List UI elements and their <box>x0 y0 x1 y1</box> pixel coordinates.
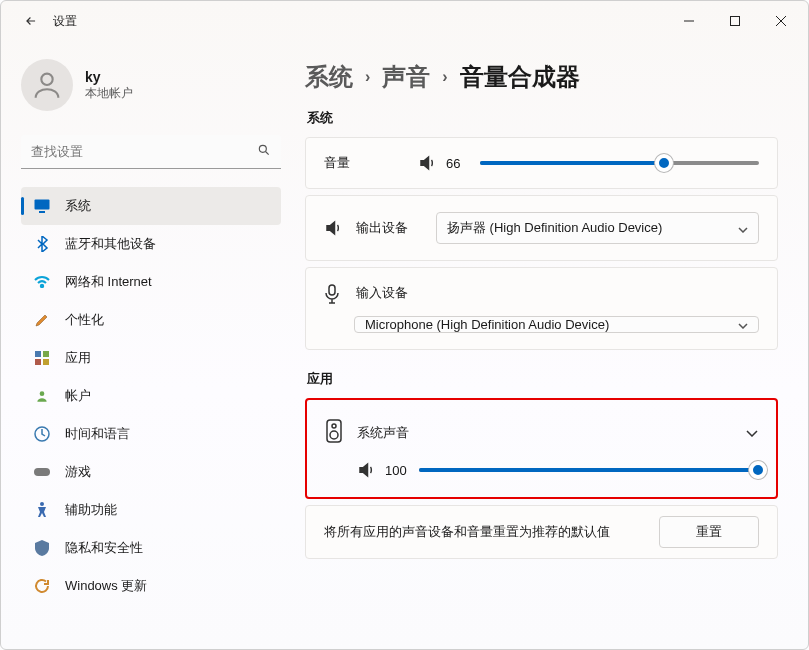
update-icon <box>33 577 51 595</box>
person-icon <box>33 387 51 405</box>
sidebar-item-label: 游戏 <box>65 463 91 481</box>
monitor-icon <box>33 197 51 215</box>
svg-rect-12 <box>35 359 41 365</box>
accessibility-icon <box>33 501 51 519</box>
svg-rect-13 <box>43 359 49 365</box>
speaker-icon[interactable] <box>418 154 436 172</box>
chevron-down-icon[interactable] <box>746 425 758 440</box>
svg-point-20 <box>332 424 336 428</box>
chevron-right-icon: › <box>442 68 447 86</box>
sidebar-item-time[interactable]: 时间和语言 <box>21 415 281 453</box>
search-input-wrap[interactable] <box>21 135 281 169</box>
chevron-right-icon: › <box>365 68 370 86</box>
back-button[interactable] <box>21 11 41 31</box>
svg-point-14 <box>40 391 45 396</box>
svg-rect-1 <box>731 17 740 26</box>
sidebar-item-label: 时间和语言 <box>65 425 130 443</box>
maximize-button[interactable] <box>712 5 758 37</box>
sidebar-item-gaming[interactable]: 游戏 <box>21 453 281 491</box>
svg-line-6 <box>266 152 269 155</box>
output-label: 输出设备 <box>356 219 422 237</box>
speaker-icon <box>324 219 342 237</box>
sidebar-item-label: 蓝牙和其他设备 <box>65 235 156 253</box>
svg-rect-8 <box>39 211 45 213</box>
shield-icon <box>33 539 51 557</box>
sidebar-item-label: 个性化 <box>65 311 104 329</box>
crumb-system[interactable]: 系统 <box>305 61 353 93</box>
crumb-sound[interactable]: 声音 <box>382 61 430 93</box>
section-title-apps: 应用 <box>307 370 778 388</box>
svg-point-17 <box>40 502 44 506</box>
volume-value: 66 <box>446 156 470 171</box>
wifi-icon <box>33 273 51 291</box>
grid-icon <box>33 349 51 367</box>
profile-subtitle: 本地帐户 <box>85 85 133 102</box>
reset-description: 将所有应用的声音设备和音量重置为推荐的默认值 <box>324 523 639 541</box>
sidebar-item-privacy[interactable]: 隐私和安全性 <box>21 529 281 567</box>
avatar <box>21 59 73 111</box>
system-sounds-title: 系统声音 <box>357 424 409 442</box>
svg-point-21 <box>330 431 338 439</box>
svg-point-5 <box>259 145 266 152</box>
sidebar-item-label: 系统 <box>65 197 91 215</box>
volume-label: 音量 <box>324 154 404 172</box>
svg-rect-10 <box>35 351 41 357</box>
section-title-system: 系统 <box>307 109 778 127</box>
minimize-button[interactable] <box>666 5 712 37</box>
bluetooth-icon <box>33 235 51 253</box>
sidebar-item-apps[interactable]: 应用 <box>21 339 281 377</box>
search-icon <box>257 143 271 160</box>
output-device-select[interactable]: 扬声器 (High Definition Audio Device) <box>436 212 759 244</box>
sidebar-item-bluetooth[interactable]: 蓝牙和其他设备 <box>21 225 281 263</box>
svg-rect-7 <box>35 200 50 210</box>
input-label: 输入设备 <box>356 284 408 302</box>
sidebar-item-update[interactable]: Windows 更新 <box>21 567 281 605</box>
window-title: 设置 <box>53 13 77 30</box>
crumb-mixer: 音量合成器 <box>460 61 580 93</box>
sidebar-item-label: 网络和 Internet <box>65 273 152 291</box>
sidebar-item-personalize[interactable]: 个性化 <box>21 301 281 339</box>
sidebar-item-label: 帐户 <box>65 387 91 405</box>
search-input[interactable] <box>31 144 257 159</box>
breadcrumb: 系统 › 声音 › 音量合成器 <box>305 61 778 93</box>
sidebar-item-label: 应用 <box>65 349 91 367</box>
sidebar-item-accounts[interactable]: 帐户 <box>21 377 281 415</box>
volume-slider[interactable] <box>480 161 759 165</box>
chevron-down-icon <box>738 221 748 236</box>
profile-name: ky <box>85 69 133 85</box>
sidebar-item-label: Windows 更新 <box>65 577 147 595</box>
system-sounds-card[interactable]: 系统声音 100 <box>305 398 778 499</box>
svg-rect-16 <box>34 468 50 476</box>
chevron-down-icon <box>738 317 748 332</box>
sidebar-item-accessibility[interactable]: 辅助功能 <box>21 491 281 529</box>
brush-icon <box>33 311 51 329</box>
microphone-icon <box>324 284 342 302</box>
sidebar-item-label: 隐私和安全性 <box>65 539 143 557</box>
close-button[interactable] <box>758 5 804 37</box>
reset-button[interactable]: 重置 <box>659 516 759 548</box>
sidebar-item-network[interactable]: 网络和 Internet <box>21 263 281 301</box>
speaker-icon[interactable] <box>357 461 375 479</box>
system-sounds-icon <box>325 418 343 447</box>
sidebar-item-system[interactable]: 系统 <box>21 187 281 225</box>
svg-rect-11 <box>43 351 49 357</box>
system-sounds-value: 100 <box>385 463 409 478</box>
clock-globe-icon <box>33 425 51 443</box>
gamepad-icon <box>33 463 51 481</box>
input-device-select[interactable]: Microphone (High Definition Audio Device… <box>354 316 759 333</box>
output-device-value: 扬声器 (High Definition Audio Device) <box>447 219 662 237</box>
system-sounds-slider[interactable] <box>419 468 758 472</box>
svg-point-4 <box>41 74 52 85</box>
input-device-value: Microphone (High Definition Audio Device… <box>365 317 609 332</box>
svg-rect-18 <box>329 285 335 295</box>
sidebar-item-label: 辅助功能 <box>65 501 117 519</box>
svg-point-9 <box>41 285 43 287</box>
